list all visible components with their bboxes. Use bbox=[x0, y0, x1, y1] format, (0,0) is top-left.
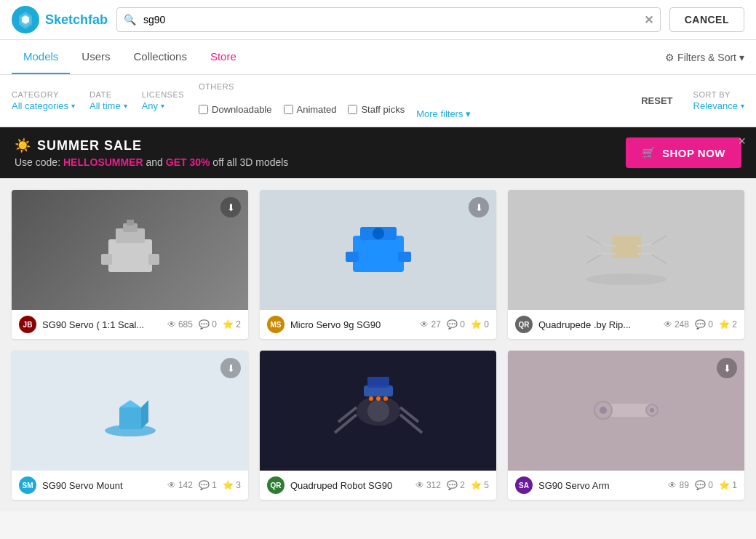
nav-tabs: Models Users Collections Store ⚙ Filters… bbox=[0, 40, 756, 75]
comments-stat: 💬 0 bbox=[199, 319, 217, 330]
downloadable-label: Downloadable bbox=[212, 104, 271, 115]
tab-collections[interactable]: Collections bbox=[122, 40, 199, 74]
date-value[interactable]: All time ▾ bbox=[89, 100, 127, 111]
svg-rect-13 bbox=[398, 252, 411, 262]
shop-now-button[interactable]: 🛒 SHOP NOW bbox=[626, 137, 741, 168]
filters-sort-button[interactable]: ⚙ Filters & Sort ▾ bbox=[665, 41, 744, 73]
checkbox-filters: Downloadable Animated Staff picks More f… bbox=[199, 100, 471, 119]
staff-picks-label: Staff picks bbox=[361, 104, 405, 115]
banner-subtitle: Use code: HELLOSUMMER and GET 30% off al… bbox=[15, 156, 626, 168]
svg-rect-8 bbox=[148, 254, 159, 265]
sort-label: SORT BY bbox=[693, 90, 744, 99]
model-stats: 👁 89 💬 0 ⭐ 1 bbox=[668, 480, 737, 490]
model-info: MS Micro Servo 9g SG90 👁 27 💬 0 ⭐ 0 bbox=[260, 310, 496, 339]
svg-point-37 bbox=[376, 396, 381, 401]
model-info: QR Quadruped Robot SG90 👁 312 💬 2 ⭐ 5 bbox=[260, 471, 496, 500]
svg-line-19 bbox=[586, 236, 601, 244]
animated-checkbox[interactable] bbox=[284, 105, 293, 114]
model-name: SG90 Servo ( 1:1 Scal... bbox=[42, 319, 162, 330]
filters-arrow-icon: ▾ bbox=[739, 52, 744, 63]
svg-rect-9 bbox=[353, 236, 404, 272]
staff-picks-checkbox[interactable] bbox=[348, 105, 357, 114]
likes-stat: ⭐ 2 bbox=[223, 319, 241, 330]
model-info: QR Quadrupede .by Rip... 👁 248 💬 0 ⭐ 2 bbox=[508, 310, 744, 339]
views-stat: 👁 312 bbox=[415, 480, 441, 490]
svg-line-22 bbox=[652, 255, 667, 263]
model-stats: 👁 685 💬 0 ⭐ 2 bbox=[167, 319, 241, 330]
tab-models[interactable]: Models bbox=[12, 40, 70, 74]
more-filters-button[interactable]: More filters ▾ bbox=[416, 108, 471, 119]
cancel-button[interactable]: CANCEL bbox=[669, 7, 744, 32]
model-name: Quadruped Robot SG90 bbox=[290, 480, 410, 491]
category-value[interactable]: All categories ▾ bbox=[12, 100, 75, 111]
model-card[interactable]: ⬇ SM SG90 Servo Mount 👁 142 💬 1 ⭐ 3 bbox=[12, 351, 248, 500]
sort-filter: SORT BY Relevance ▾ bbox=[693, 90, 744, 111]
svg-point-38 bbox=[383, 396, 388, 401]
more-filters-arrow: ▾ bbox=[466, 108, 471, 119]
svg-rect-14 bbox=[612, 236, 641, 257]
model-stats: 👁 248 💬 0 ⭐ 2 bbox=[664, 319, 737, 330]
search-input[interactable] bbox=[116, 7, 661, 32]
header: Sketchfab 🔍 ✕ CANCEL bbox=[0, 0, 756, 40]
animated-label: Animated bbox=[297, 104, 337, 115]
svg-point-33 bbox=[367, 400, 389, 422]
likes-stat: ⭐ 3 bbox=[223, 480, 241, 490]
model-name: SG90 Servo Arm bbox=[538, 480, 662, 491]
logo[interactable]: Sketchfab bbox=[12, 6, 108, 33]
date-filter: DATE All time ▾ bbox=[89, 90, 127, 111]
others-label: OTHERS bbox=[199, 82, 471, 91]
model-card[interactable]: QR Quadrupede .by Rip... 👁 248 💬 0 ⭐ 2 bbox=[508, 190, 744, 339]
svg-rect-25 bbox=[119, 407, 141, 429]
model-name: SG90 Servo Mount bbox=[42, 480, 162, 491]
licenses-value[interactable]: Any ▾ bbox=[142, 100, 184, 111]
model-thumbnail bbox=[260, 351, 496, 471]
model-avatar: SM bbox=[19, 476, 36, 494]
promo-code: HELLOSUMMER bbox=[63, 156, 143, 168]
likes-stat: ⭐ 5 bbox=[471, 480, 489, 490]
clear-icon[interactable]: ✕ bbox=[644, 13, 653, 27]
reset-button[interactable]: RESET bbox=[635, 92, 678, 109]
svg-marker-26 bbox=[119, 400, 141, 407]
banner-close-button[interactable]: × bbox=[738, 135, 746, 148]
search-icon: 🔍 bbox=[124, 14, 136, 25]
downloadable-filter[interactable]: Downloadable bbox=[199, 104, 271, 115]
model-card[interactable]: ⬇ SA SG90 Servo Arm 👁 89 💬 0 ⭐ 1 bbox=[508, 351, 744, 500]
model-card[interactable]: QR Quadruped Robot SG90 👁 312 💬 2 ⭐ 5 bbox=[260, 351, 496, 500]
logo-text: Sketchfab bbox=[45, 12, 108, 28]
model-info: SM SG90 Servo Mount 👁 142 💬 1 ⭐ 3 bbox=[12, 471, 248, 500]
filters-sort-label: Filters & Sort bbox=[677, 52, 736, 63]
cart-icon: 🛒 bbox=[642, 146, 656, 159]
tab-store[interactable]: Store bbox=[199, 40, 248, 74]
filter-bar: CATEGORY All categories ▾ DATE All time … bbox=[0, 75, 756, 127]
model-thumbnail: ⬇ bbox=[12, 351, 248, 471]
others-filter: OTHERS Downloadable Animated Staff picks… bbox=[199, 82, 471, 119]
views-stat: 👁 248 bbox=[664, 319, 689, 330]
animated-filter[interactable]: Animated bbox=[284, 104, 337, 115]
search-bar: 🔍 ✕ bbox=[116, 7, 661, 32]
model-info: SA SG90 Servo Arm 👁 89 💬 0 ⭐ 1 bbox=[508, 471, 744, 500]
svg-line-21 bbox=[586, 255, 601, 263]
comments-stat: 💬 0 bbox=[695, 319, 713, 330]
svg-rect-6 bbox=[127, 220, 134, 225]
licenses-arrow: ▾ bbox=[161, 102, 164, 110]
staff-picks-filter[interactable]: Staff picks bbox=[348, 104, 405, 115]
date-arrow: ▾ bbox=[124, 102, 127, 110]
category-label: CATEGORY bbox=[12, 90, 75, 99]
model-card[interactable]: ⬇ JB SG90 Servo ( 1:1 Scal... 👁 685 💬 0 … bbox=[12, 190, 248, 339]
svg-rect-3 bbox=[108, 239, 152, 272]
sort-value[interactable]: Relevance ▾ bbox=[693, 100, 744, 111]
tab-users[interactable]: Users bbox=[70, 40, 122, 74]
sort-arrow: ▾ bbox=[741, 102, 744, 110]
views-stat: 👁 89 bbox=[668, 480, 689, 490]
model-card[interactable]: ⬇ MS Micro Servo 9g SG90 👁 27 💬 0 ⭐ 0 bbox=[260, 190, 496, 339]
likes-stat: ⭐ 0 bbox=[471, 319, 489, 330]
category-arrow: ▾ bbox=[71, 102, 75, 110]
comments-stat: 💬 1 bbox=[199, 480, 217, 490]
download-badge: ⬇ bbox=[717, 358, 737, 378]
discount-text: GET 30% bbox=[166, 156, 210, 168]
download-badge: ⬇ bbox=[220, 358, 241, 378]
views-stat: 👁 27 bbox=[420, 319, 441, 330]
model-name: Quadrupede .by Rip... bbox=[538, 319, 658, 330]
comments-stat: 💬 0 bbox=[695, 480, 713, 490]
downloadable-checkbox[interactable] bbox=[199, 105, 208, 114]
